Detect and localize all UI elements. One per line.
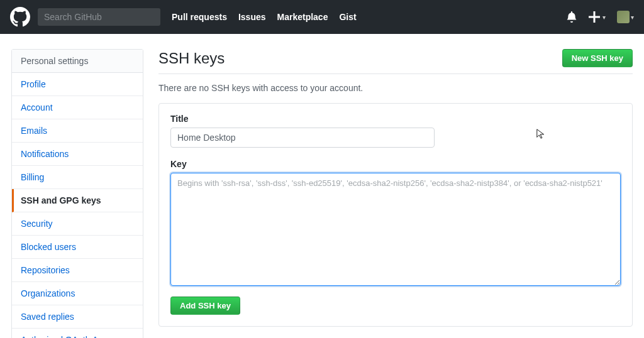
- key-label: Key: [170, 159, 621, 169]
- bell-icon[interactable]: [566, 11, 577, 23]
- sidebar-heading: Personal settings: [12, 50, 143, 73]
- add-key-form: Title Key Add SSH key: [158, 103, 633, 327]
- chevron-down-icon: ▾: [602, 14, 606, 21]
- plus-icon: [589, 11, 600, 23]
- nav-issues[interactable]: Issues: [238, 12, 266, 22]
- sidebar-item-billing[interactable]: Billing: [12, 166, 143, 189]
- search-input[interactable]: [38, 8, 160, 26]
- page-wrap: Personal settings Profile Account Emails…: [0, 34, 644, 338]
- sidebar-item-ssh-gpg[interactable]: SSH and GPG keys: [12, 189, 143, 212]
- github-logo-icon[interactable]: [10, 7, 30, 27]
- main-content: SSH keys New SSH key There are no SSH ke…: [158, 49, 633, 338]
- sidebar-item-account[interactable]: Account: [12, 96, 143, 119]
- new-ssh-key-button[interactable]: New SSH key: [562, 49, 633, 67]
- nav-pull-requests[interactable]: Pull requests: [172, 12, 227, 22]
- title-label: Title: [170, 114, 621, 124]
- sidebar-item-repositories[interactable]: Repositories: [12, 259, 143, 282]
- sidebar-item-profile[interactable]: Profile: [12, 73, 143, 96]
- sidebar-item-saved-replies[interactable]: Saved replies: [12, 305, 143, 329]
- nav-marketplace[interactable]: Marketplace: [277, 12, 328, 22]
- topbar: Pull requests Issues Marketplace Gist ▾ …: [0, 0, 644, 34]
- sidebar-item-organizations[interactable]: Organizations: [12, 282, 143, 305]
- add-ssh-key-button[interactable]: Add SSH key: [170, 297, 240, 315]
- sidebar-item-emails[interactable]: Emails: [12, 119, 143, 143]
- key-field[interactable]: [170, 173, 621, 286]
- settings-sidebar: Personal settings Profile Account Emails…: [11, 49, 143, 338]
- sidebar-item-security[interactable]: Security: [12, 212, 143, 236]
- nav-gist[interactable]: Gist: [339, 12, 356, 22]
- avatar: [617, 11, 630, 23]
- sidebar-item-notifications[interactable]: Notifications: [12, 143, 143, 166]
- sidebar-item-blocked-users[interactable]: Blocked users: [12, 236, 143, 259]
- top-nav: Pull requests Issues Marketplace Gist: [172, 12, 357, 22]
- topbar-right: ▾ ▾: [566, 11, 634, 23]
- user-menu[interactable]: ▾: [617, 11, 634, 23]
- page-header: SSH keys New SSH key: [158, 49, 633, 74]
- create-menu[interactable]: ▾: [589, 11, 606, 23]
- sidebar-item-oauth-apps[interactable]: Authorized OAuth Apps: [12, 329, 143, 338]
- title-field[interactable]: [170, 128, 435, 148]
- chevron-down-icon: ▾: [631, 14, 634, 21]
- page-title: SSH keys: [158, 50, 225, 67]
- empty-state-message: There are no SSH keys with access to you…: [158, 83, 633, 93]
